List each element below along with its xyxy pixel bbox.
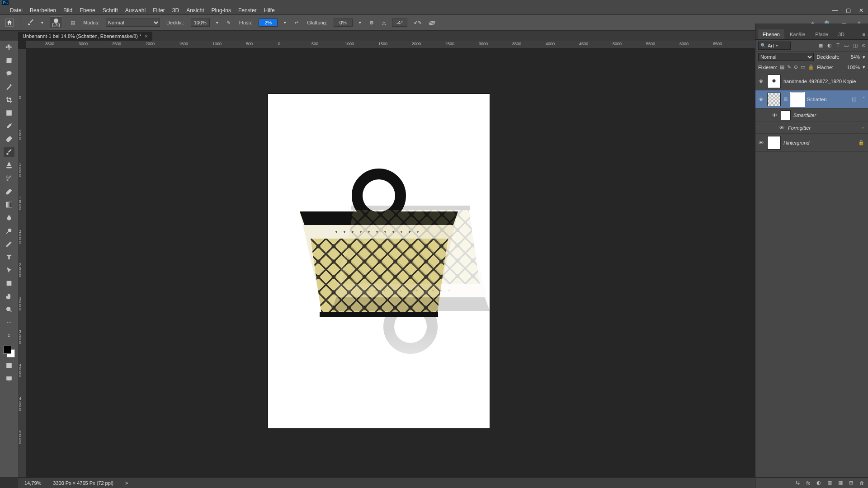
crop-tool[interactable]: [4, 95, 14, 105]
filter-shape-icon[interactable]: ▭: [844, 42, 849, 48]
group-icon[interactable]: ▦: [838, 480, 843, 486]
layer-name[interactable]: Hintergrund: [783, 140, 809, 145]
delete-layer-icon[interactable]: 🗑: [859, 480, 864, 486]
frame-tool[interactable]: [4, 108, 14, 118]
layer-row[interactable]: 👁 handmade-4926872_1920 Kopie: [755, 72, 868, 90]
menu-fenster[interactable]: Fenster: [238, 7, 257, 14]
layer-row[interactable]: 👁 Hintergrund 🔒: [755, 134, 868, 152]
history-brush-tool[interactable]: [4, 174, 14, 183]
filter-type-icon[interactable]: T: [836, 42, 840, 48]
layer-name[interactable]: handmade-4926872_1920 Kopie: [783, 79, 856, 84]
menu-ebene[interactable]: Ebene: [80, 7, 95, 14]
move-tool[interactable]: [4, 42, 14, 52]
window-maximize[interactable]: ▢: [846, 7, 851, 14]
adjustment-icon[interactable]: ▥: [827, 480, 832, 486]
wand-tool[interactable]: [4, 82, 14, 92]
menu-schrift[interactable]: Schrift: [103, 7, 118, 14]
lasso-tool[interactable]: [4, 69, 14, 79]
layer-blend-select[interactable]: Normal: [758, 53, 814, 61]
layer-name[interactable]: Formgitter: [788, 125, 811, 131]
more-tools[interactable]: ⋯: [4, 318, 14, 328]
lock-transparency-icon[interactable]: ▦: [780, 64, 784, 70]
gradient-tool[interactable]: [4, 200, 14, 210]
layer-row[interactable]: 👁 Formgitter ≡: [755, 122, 868, 134]
stamp-tool[interactable]: [4, 160, 14, 170]
fill-value[interactable]: 100%: [842, 65, 860, 70]
airbrush-icon[interactable]: ↵: [292, 19, 301, 27]
visibility-icon[interactable]: 👁: [771, 112, 778, 119]
pressure-opacity-icon[interactable]: ✎: [225, 19, 233, 27]
layer-thumb[interactable]: [767, 93, 781, 106]
smoothing-value[interactable]: 0%: [334, 19, 353, 27]
layer-row[interactable]: 👁 Smartfilter: [755, 108, 868, 122]
menu-hilfe[interactable]: Hilfe: [264, 7, 275, 14]
brush-preset[interactable]: 578: [50, 16, 62, 29]
brush-tool[interactable]: [4, 147, 14, 157]
home-button[interactable]: [5, 19, 14, 27]
horizontal-ruler[interactable]: -3500-3000-2500-2000-1500-1000-500050010…: [26, 41, 755, 49]
tab-kanaele[interactable]: Kanäle: [785, 29, 810, 39]
tab-ebenen[interactable]: Ebenen: [758, 29, 784, 39]
lock-all-icon[interactable]: 🔒: [808, 64, 814, 70]
filter-mask-thumb[interactable]: [781, 110, 791, 120]
lock-artboard-icon[interactable]: ▭: [801, 64, 805, 70]
filter-adjust-icon[interactable]: ◐: [827, 42, 832, 48]
symmetry-icon[interactable]: ᚏ: [428, 19, 436, 27]
link-icon[interactable]: ⛓: [783, 97, 788, 102]
menu-3d[interactable]: 3D: [172, 7, 179, 14]
blur-tool[interactable]: [4, 213, 14, 223]
menu-bild[interactable]: Bild: [63, 7, 72, 14]
zoom-readout[interactable]: 14,79%: [24, 480, 41, 486]
pen-tool[interactable]: [4, 239, 14, 249]
status-more[interactable]: >: [125, 480, 128, 486]
quickmask-toggle[interactable]: [4, 361, 14, 371]
lock-position-icon[interactable]: ⊕: [794, 64, 798, 70]
visibility-icon[interactable]: 👁: [757, 139, 764, 146]
mask-icon[interactable]: ◐: [816, 480, 821, 486]
menu-auswahl[interactable]: Auswahl: [125, 7, 146, 14]
blend-mode-select[interactable]: Normal: [106, 19, 160, 27]
filter-toggle[interactable]: ⎋: [862, 42, 865, 48]
brush-panel-icon[interactable]: ▤: [69, 19, 77, 27]
vertical-ruler[interactable]: 0500100015002000250030003500400045005000: [18, 49, 26, 477]
menu-filter[interactable]: Filter: [153, 7, 165, 14]
opacity-value[interactable]: 100%: [191, 19, 210, 27]
visibility-icon[interactable]: 👁: [757, 96, 764, 103]
layer-opacity-value[interactable]: 54%: [842, 55, 860, 60]
lock-pixels-icon[interactable]: ✎: [787, 64, 791, 70]
document-tab[interactable]: Unbenannt-1 bei 14,8% (Schatten, Ebenenm…: [18, 32, 152, 41]
dodge-tool[interactable]: [4, 226, 14, 236]
layer-filter-type[interactable]: 🔍 Art ▾: [758, 42, 791, 50]
pressure-size-icon[interactable]: ✔✎: [414, 19, 422, 27]
layer-name[interactable]: Schatten: [807, 97, 826, 102]
new-layer-icon[interactable]: ⊞: [849, 480, 853, 486]
layer-name[interactable]: Smartfilter: [793, 113, 816, 118]
filter-smart-icon[interactable]: ◫: [853, 42, 858, 48]
edit-toolbar[interactable]: ↧: [4, 331, 14, 341]
filter-pixel-icon[interactable]: ▦: [818, 42, 823, 48]
smoothing-gear-icon[interactable]: ⚙: [368, 19, 376, 27]
panel-menu-icon[interactable]: ≡: [858, 29, 868, 39]
eyedropper-tool[interactable]: [4, 121, 14, 131]
flow-value[interactable]: 2%: [259, 19, 278, 27]
mask-thumb[interactable]: [791, 93, 804, 106]
layer-thumb[interactable]: [767, 75, 781, 88]
document-canvas[interactable]: [268, 94, 490, 428]
canvas-area[interactable]: [26, 49, 755, 477]
shape-tool[interactable]: [4, 278, 14, 288]
visibility-icon[interactable]: 👁: [778, 124, 785, 131]
tab-pfade[interactable]: Pfade: [811, 29, 833, 39]
visibility-icon[interactable]: 👁: [757, 78, 764, 85]
doc-dimensions[interactable]: 3300 Px × 4765 Px (72 ppi): [53, 480, 113, 486]
heal-tool[interactable]: [4, 134, 14, 144]
eraser-tool[interactable]: [4, 187, 14, 197]
window-close[interactable]: ✕: [859, 7, 863, 14]
menu-bearbeiten[interactable]: Bearbeiten: [30, 7, 56, 14]
marquee-tool[interactable]: [4, 56, 14, 66]
fx-icon[interactable]: fx: [806, 480, 810, 486]
expand-icon[interactable]: ˅: [863, 96, 865, 102]
brush-tool-icon[interactable]: [27, 19, 35, 27]
screenmode-toggle[interactable]: [4, 374, 14, 384]
menu-ansicht[interactable]: Ansicht: [186, 7, 204, 14]
layer-row[interactable]: 👁 ⛓ Schatten ◫ ˅: [755, 90, 868, 108]
